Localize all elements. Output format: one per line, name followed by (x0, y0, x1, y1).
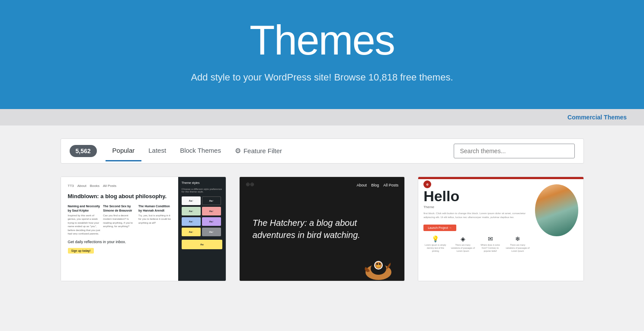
send-icon: ✉ (478, 235, 502, 242)
tab-popular[interactable]: Popular (106, 141, 142, 161)
theme-card-footer-tt3: Twenty Twenty-Three (61, 281, 226, 281)
tt2-circles: ⊕⊕ (246, 181, 254, 187)
svg-point-5 (376, 263, 378, 265)
svg-point-6 (379, 263, 381, 265)
hero-subtitle: Add style to your WordPress site! Browse… (9, 72, 635, 83)
tt3-signup: Get daily reflections in your inbox. (68, 240, 171, 244)
search-input[interactable] (454, 144, 575, 158)
theme-card-footer-hello: Hello Elementor (418, 281, 583, 281)
tab-block-themes[interactable]: Block Themes (173, 141, 228, 161)
tt3-articles: Naming and Necessity by Saul Kripke Insp… (68, 204, 171, 235)
hello-content: Hello Theme first block. Click edit butt… (418, 179, 583, 258)
tt2-bird-illustration (361, 251, 396, 281)
feature-filter-toggle[interactable]: ⚙ Feature Filter (228, 141, 289, 161)
hello-icons: 💡 Lorem ipsum is simply dummy text of th… (423, 235, 529, 253)
hello-right-panel (535, 184, 578, 253)
main-content: 5,562 Popular Latest Block Themes ⚙ Feat… (52, 125, 593, 295)
theme-card-footer-tt2: Twenty Twenty-Two (240, 281, 404, 281)
hello-left-panel: Hello Theme first block. Click edit butt… (423, 184, 529, 253)
theme-card-tt2[interactable]: ⊕⊕ About Blog All Posts The Hatchery: a … (239, 177, 405, 282)
hello-subtitle: Theme (423, 205, 529, 209)
filter-bar: 5,562 Popular Latest Block Themes ⚙ Feat… (61, 138, 584, 164)
search-wrap (454, 144, 575, 158)
theme-preview-hello: e Hello Theme first block. Click edit bu… (418, 177, 583, 281)
tt3-left-panel: TT3 About Books All Posts Mindblown: a b… (61, 177, 178, 281)
gear-icon: ⚙ (235, 147, 241, 155)
tt3-style-panel: Theme styles Choose a different style pr… (178, 177, 226, 281)
theme-preview-tt3: TT3 About Books All Posts Mindblown: a b… (61, 177, 226, 281)
tab-latest[interactable]: Latest (141, 141, 173, 161)
tt3-heading: Mindblown: a blog about philosophy. (68, 193, 171, 200)
tt3-cta: Sign up today! (68, 248, 94, 254)
diamond-icon: ◈ (451, 235, 475, 242)
svg-point-4 (376, 265, 381, 267)
hello-lorem: first block. Click edit button to change… (423, 212, 529, 219)
tt3-nav: TT3 About Books All Posts (68, 184, 171, 188)
commercial-bar: Commercial Themes (0, 109, 644, 125)
theme-count: 5,562 (70, 145, 97, 157)
hello-title: Hello (423, 189, 529, 203)
commercial-themes-link[interactable]: Commercial Themes (567, 114, 627, 121)
theme-preview-tt2: ⊕⊕ About Blog All Posts The Hatchery: a … (240, 177, 404, 281)
theme-card-tt3[interactable]: TT3 About Books All Posts Mindblown: a b… (61, 177, 226, 282)
hero-section: Themes Add style to your WordPress site!… (0, 0, 644, 109)
tt2-text: The Hatchery: a blog about adventures in… (240, 204, 404, 254)
theme-grid: TT3 About Books All Posts Mindblown: a b… (61, 177, 584, 282)
hello-image (535, 184, 578, 236)
hello-badge: e (423, 180, 431, 188)
theme-card-hello[interactable]: e Hello Theme first block. Click edit bu… (418, 177, 583, 282)
filter-tabs: Popular Latest Block Themes ⚙ Feature Fi… (106, 141, 454, 161)
feature-filter-label: Feature Filter (244, 147, 282, 154)
hello-launch-btn: Launch Project → (423, 225, 456, 231)
tt2-nav: About Blog All Posts (357, 183, 399, 187)
snowflake-icon: ❄ (506, 235, 529, 242)
page-title: Themes (9, 17, 635, 63)
lightbulb-icon: 💡 (423, 235, 447, 242)
